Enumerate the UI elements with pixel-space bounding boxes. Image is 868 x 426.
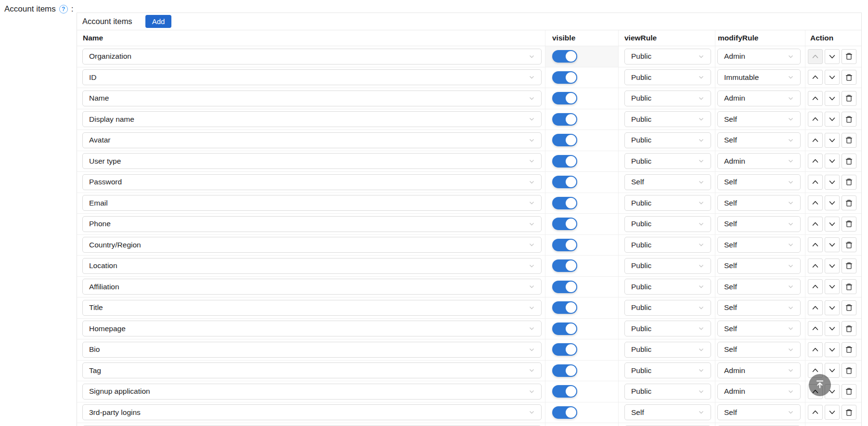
viewrule-select[interactable]: Public (624, 132, 711, 148)
viewrule-select[interactable]: Public (624, 279, 711, 295)
move-up-button[interactable] (808, 258, 823, 273)
delete-button[interactable] (842, 217, 856, 232)
name-select[interactable]: ID (82, 69, 542, 85)
viewrule-select[interactable]: Public (624, 237, 711, 253)
name-select[interactable]: Password (82, 174, 542, 190)
delete-button[interactable] (842, 175, 856, 190)
move-down-button[interactable] (825, 217, 840, 232)
modifyrule-select[interactable]: Immutable (717, 69, 801, 85)
move-up-button[interactable] (808, 133, 823, 148)
name-select[interactable]: 3rd-party logins (82, 404, 542, 420)
move-up-button[interactable] (808, 300, 823, 315)
name-select[interactable]: Homepage (82, 321, 542, 336)
delete-button[interactable] (842, 154, 856, 168)
modifyrule-select[interactable]: Self (717, 216, 801, 232)
visible-toggle[interactable] (552, 197, 577, 209)
name-select[interactable]: Avatar (82, 132, 542, 148)
visible-toggle[interactable] (552, 113, 577, 126)
move-up-button[interactable] (808, 279, 823, 294)
modifyrule-select[interactable]: Self (717, 258, 801, 274)
modifyrule-select[interactable]: Self (717, 404, 801, 420)
move-down-button[interactable] (825, 279, 840, 294)
name-select[interactable]: Email (82, 195, 542, 211)
visible-toggle[interactable] (552, 343, 577, 356)
modifyrule-select[interactable]: Admin (717, 153, 801, 169)
move-down-button[interactable] (825, 258, 840, 273)
viewrule-select[interactable]: Public (624, 49, 711, 65)
move-down-button[interactable] (825, 321, 840, 336)
modifyrule-select[interactable]: Self (717, 279, 801, 295)
delete-button[interactable] (842, 237, 856, 252)
name-select[interactable]: Bio (82, 342, 542, 358)
move-up-button[interactable] (808, 321, 823, 336)
visible-toggle[interactable] (552, 155, 577, 168)
move-up-button[interactable] (808, 217, 823, 232)
modifyrule-select[interactable]: Admin (717, 49, 801, 65)
delete-button[interactable] (842, 91, 856, 106)
modifyrule-select[interactable]: Self (717, 132, 801, 148)
move-up-button[interactable] (808, 175, 823, 190)
move-down-button[interactable] (825, 175, 840, 190)
viewrule-select[interactable]: Public (624, 69, 711, 85)
back-to-top-button[interactable] (809, 374, 831, 396)
move-down-button[interactable] (825, 70, 840, 85)
move-down-button[interactable] (825, 154, 840, 168)
move-up-button[interactable] (808, 195, 823, 210)
name-select[interactable]: Affiliation (82, 279, 542, 295)
name-select[interactable]: Organization (82, 49, 542, 65)
name-select[interactable]: Display name (82, 111, 542, 127)
move-down-button[interactable] (825, 195, 840, 210)
visible-toggle[interactable] (552, 50, 577, 63)
viewrule-select[interactable]: Public (624, 258, 711, 274)
modifyrule-select[interactable]: Self (717, 237, 801, 253)
viewrule-select[interactable]: Public (624, 111, 711, 127)
viewrule-select[interactable]: Public (624, 342, 711, 358)
modifyrule-select[interactable]: Self (717, 342, 801, 358)
name-select[interactable]: Tag (82, 362, 542, 378)
modifyrule-select[interactable]: Self (717, 111, 801, 127)
visible-toggle[interactable] (552, 92, 577, 104)
question-circle-icon[interactable]: ? (59, 5, 68, 13)
delete-button[interactable] (842, 70, 856, 85)
visible-toggle[interactable] (552, 71, 577, 84)
delete-button[interactable] (842, 405, 856, 420)
name-select[interactable]: Signup application (82, 384, 542, 400)
visible-toggle[interactable] (552, 134, 577, 146)
modifyrule-select[interactable]: Self (717, 300, 801, 316)
name-select[interactable]: Title (82, 300, 542, 316)
move-down-button[interactable] (825, 133, 840, 148)
move-up-button[interactable] (808, 237, 823, 252)
delete-button[interactable] (842, 279, 856, 294)
viewrule-select[interactable]: Public (624, 321, 711, 336)
delete-button[interactable] (842, 321, 856, 336)
visible-toggle[interactable] (552, 385, 577, 398)
move-down-button[interactable] (825, 49, 840, 64)
visible-toggle[interactable] (552, 323, 577, 335)
move-down-button[interactable] (825, 300, 840, 315)
delete-button[interactable] (842, 258, 856, 273)
delete-button[interactable] (842, 195, 856, 210)
visible-toggle[interactable] (552, 259, 577, 272)
visible-toggle[interactable] (552, 301, 577, 314)
visible-toggle[interactable] (552, 239, 577, 251)
move-down-button[interactable] (825, 112, 840, 127)
delete-button[interactable] (842, 384, 856, 399)
modifyrule-select[interactable]: Self (717, 195, 801, 211)
move-down-button[interactable] (825, 405, 840, 420)
viewrule-select[interactable]: Public (624, 300, 711, 316)
name-select[interactable]: User type (82, 153, 542, 169)
move-up-button[interactable] (808, 91, 823, 106)
viewrule-select[interactable]: Self (624, 174, 711, 190)
visible-toggle[interactable] (552, 176, 577, 188)
visible-toggle[interactable] (552, 218, 577, 230)
move-down-button[interactable] (825, 363, 840, 378)
name-select[interactable]: Phone (82, 216, 542, 232)
visible-toggle[interactable] (552, 281, 577, 293)
delete-button[interactable] (842, 49, 856, 64)
viewrule-select[interactable]: Self (624, 404, 711, 420)
move-down-button[interactable] (825, 237, 840, 252)
move-up-button[interactable] (808, 70, 823, 85)
move-down-button[interactable] (825, 342, 840, 357)
move-up-button[interactable] (808, 154, 823, 168)
move-up-button[interactable] (808, 342, 823, 357)
